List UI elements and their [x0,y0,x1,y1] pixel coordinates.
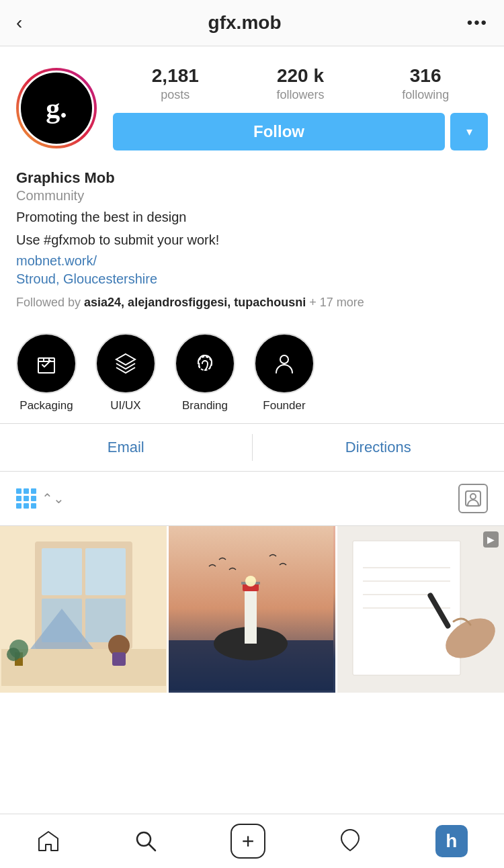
profile-top: g. 2,181 posts 220 k followers 316 follo… [16,65,488,150]
sort-icon[interactable]: ⌃⌄ [42,490,65,507]
home-nav-button[interactable] [36,829,60,853]
svg-rect-8 [42,548,82,595]
grid-dot [24,488,29,494]
profile-header: g. 2,181 posts 220 k followers 316 follo… [0,46,504,161]
highlight-branding[interactable]: Branding [175,333,235,413]
avatar: g. [16,68,97,148]
highlight-founder[interactable]: Founder [254,333,314,413]
posts-label: posts [161,88,190,102]
bio-section: Graphics Mob Community Promoting the bes… [0,161,504,322]
directions-button[interactable]: Directions [253,424,505,471]
svg-point-25 [245,576,256,587]
photo-item-3[interactable]: ▶ [337,526,504,693]
highlight-label-uiux: UI/UX [110,399,140,413]
video-icon: ▶ [487,534,495,545]
plus-icon: + [242,829,255,854]
grid-dot [24,503,29,509]
following-count: 316 [410,65,442,87]
tagged-tab[interactable] [458,484,488,513]
followed-by-suffix: + 17 more [306,296,364,309]
activity-nav-button[interactable] [338,829,362,853]
grid-dot [24,496,29,501]
avatar-inner: g. [19,71,94,146]
photo-item-1[interactable] [0,526,167,693]
followed-by-prefix: Followed by [16,296,84,309]
back-button[interactable]: ‹ [16,12,22,34]
chevron-down-icon: ▾ [466,124,472,139]
bio-line1: Promoting the best in design [16,208,488,226]
stat-followers: 220 k followers [276,65,324,102]
add-post-button[interactable]: + [230,824,265,859]
follow-dropdown-button[interactable]: ▾ [450,113,488,150]
more-options-button[interactable]: ••• [467,13,488,32]
follow-button[interactable]: Follow [113,113,445,150]
highlight-uiux[interactable]: UI/UX [95,333,156,413]
svg-point-5 [470,494,476,499]
location-link[interactable]: Stroud, Gloucestershire [16,271,488,287]
svg-rect-22 [245,587,257,644]
grid-dot [16,503,22,509]
highlight-circle-uiux [95,333,156,394]
grid-dot [16,496,22,501]
grid-dot [31,503,36,509]
bio-line2: Use #gfxmob to submit your work! [16,230,488,249]
svg-point-2 [198,357,212,370]
search-nav-button[interactable] [134,829,158,853]
avatar-letter: g. [46,92,67,124]
photo-item-2[interactable] [169,526,335,693]
followed-by-names: asia24, alejandrosfiggesi, tupachousni [84,296,306,309]
svg-marker-1 [116,354,135,365]
account-type: Community [16,188,488,204]
page-title: gfx.mob [208,12,282,34]
grid-tab[interactable]: ⌃⌄ [16,488,65,509]
posts-count: 2,181 [152,65,199,87]
followed-by: Followed by asia24, alejandrosfiggesi, t… [16,294,488,312]
svg-line-35 [149,844,155,851]
svg-point-34 [137,832,151,846]
highlight-packaging[interactable]: Packaging [16,333,77,413]
highlight-label-founder: Founder [263,399,305,413]
following-label: following [402,88,449,102]
svg-rect-9 [85,548,126,595]
followers-label: followers [276,88,324,102]
photo-grid: ▶ [0,526,504,693]
bottom-spacer [0,693,504,746]
grid-dot [31,496,36,501]
svg-rect-18 [112,652,126,666]
layers-icon [112,350,139,377]
person-icon [271,350,298,377]
highlight-label-branding: Branding [182,399,228,413]
stat-following: 316 following [402,65,449,102]
stats-row: 2,181 posts 220 k followers 316 followin… [113,65,488,102]
video-badge: ▶ [483,531,499,548]
highlight-circle-founder [254,333,314,394]
stat-posts: 2,181 posts [152,65,199,102]
follow-row: Follow ▾ [113,113,488,150]
grid-view-icon [16,488,36,509]
fingerprint-icon [192,350,218,377]
h-nav-button[interactable]: h [435,825,468,857]
stats-area: 2,181 posts 220 k followers 316 followin… [113,65,488,150]
h-label: h [446,830,457,852]
bottom-nav: + h [0,814,504,868]
svg-point-3 [280,355,288,363]
email-button[interactable]: Email [0,424,252,471]
avatar-ring: g. [16,68,97,148]
highlight-label-packaging: Packaging [19,399,73,413]
top-nav: ‹ gfx.mob ••• [0,0,504,46]
box-icon [33,350,60,377]
contact-section: Email Directions [0,424,504,472]
display-name: Graphics Mob [16,169,488,187]
grid-dot [31,488,36,494]
grid-dot [16,488,22,494]
svg-point-16 [7,648,20,661]
followers-count: 220 k [277,65,324,87]
tabs-section: ⌃⌄ [0,472,504,526]
highlight-circle-branding [175,333,235,394]
highlights-section: Packaging UI/UX Branding [0,322,504,423]
highlight-circle-packaging [16,333,77,394]
website-link[interactable]: mobnet.work/ [16,253,488,269]
